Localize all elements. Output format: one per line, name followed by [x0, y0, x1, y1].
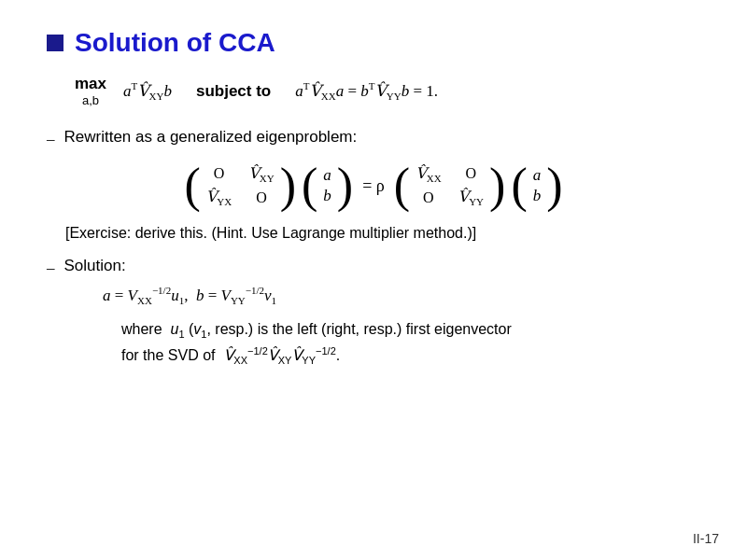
- bullet1-line: – Rewritten as a generalized eigenproble…: [47, 128, 700, 148]
- m1-r1c2: V̂XY: [248, 164, 274, 184]
- col-vector-1: a b: [323, 166, 331, 205]
- where-line2: for the SVD of V̂XX−1/2V̂XYV̂YY−1/2.: [121, 347, 340, 363]
- m2-r2c1: O: [416, 189, 441, 206]
- right-paren-vec1: ): [337, 161, 353, 210]
- max-expression: aTV̂XYb: [123, 80, 172, 102]
- left-paren-vec1: (: [302, 161, 317, 210]
- main-formula-row: max a,b aTV̂XYb subject to aTV̂XXa = bTV…: [75, 75, 700, 107]
- m1-r2c2: O: [248, 189, 274, 206]
- title-square-icon: [47, 35, 63, 51]
- max-label: max: [75, 75, 106, 93]
- right-paren-1: ): [280, 161, 296, 210]
- vec1-a: a: [323, 166, 331, 185]
- subject-to-label: subject to: [196, 82, 271, 101]
- right-paren-vec2: ): [546, 161, 562, 210]
- dash1: –: [47, 130, 55, 148]
- vec2-a: a: [533, 166, 542, 185]
- title-row: Solution of CCA: [47, 28, 700, 58]
- solution-expression: a = VXX−1/2u1, b = VYY−1/2v1: [103, 285, 276, 306]
- col-vector-2: a b: [533, 166, 542, 205]
- solution-formula: a = VXX−1/2u1, b = VYY−1/2v1: [103, 285, 700, 306]
- equals-rho: = ρ: [362, 176, 385, 196]
- left-paren-vec2: (: [511, 161, 527, 210]
- slide: Solution of CCA max a,b aTV̂XYb subject …: [0, 0, 747, 560]
- left-paren-1: (: [184, 161, 200, 210]
- max-block: max a,b: [75, 75, 106, 107]
- max-subscript: a,b: [82, 93, 99, 107]
- matrix1-content: O V̂XY V̂YX O: [206, 164, 275, 207]
- m2-r2c2: V̂YY: [458, 188, 484, 207]
- constraint-expression: aTV̂XXa = bTV̂YYb = 1.: [295, 80, 438, 102]
- matrix-equation: ( O V̂XY V̂YX O ) ( a b ) = ρ ( V̂XX O O…: [47, 161, 700, 210]
- right-paren-2: ): [489, 161, 505, 210]
- matrix2-content: V̂XX O O V̂YY: [416, 164, 484, 207]
- where-block: where u1 (v1, resp.) is the left (right,…: [121, 317, 700, 370]
- bullet2-line: – Solution:: [47, 257, 700, 277]
- m2-r1c1: V̂XX: [416, 164, 441, 184]
- page-number: II-17: [693, 531, 719, 546]
- dash2: –: [47, 259, 55, 277]
- slide-title: Solution of CCA: [75, 28, 275, 58]
- vec2-b: b: [533, 187, 542, 205]
- bullet2-text: Solution:: [64, 257, 126, 275]
- m2-r1c2: O: [458, 165, 484, 182]
- left-paren-2: (: [394, 161, 410, 210]
- where-line1: where u1 (v1, resp.) is the left (right,…: [121, 321, 512, 337]
- m1-r2c1: V̂YX: [206, 188, 232, 207]
- vec1-b: b: [323, 187, 331, 205]
- exercise-line: [Exercise: derive this. (Hint. Use Lagra…: [65, 225, 700, 242]
- bullet1-text: Rewritten as a generalized eigenproblem:: [64, 128, 358, 147]
- m1-r1c1: O: [206, 165, 232, 182]
